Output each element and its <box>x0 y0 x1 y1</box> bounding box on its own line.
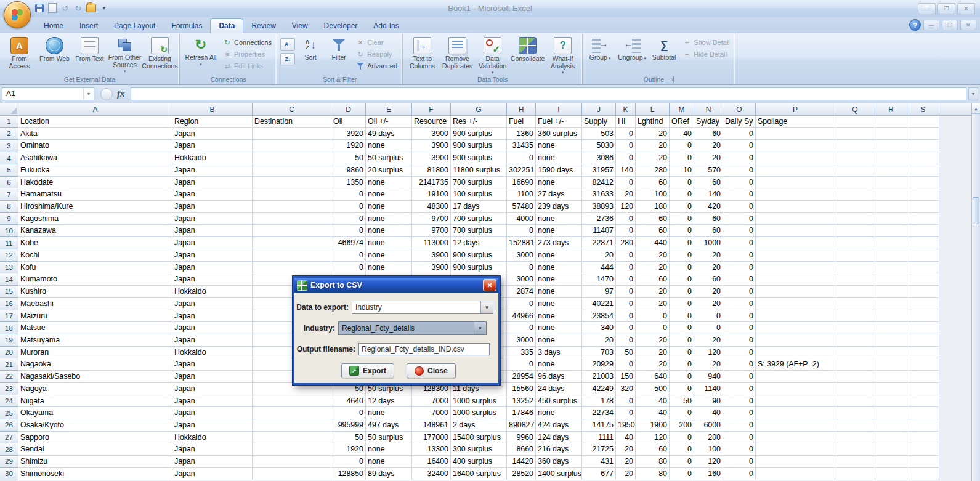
cell-H9[interactable]: 4000 <box>507 213 536 225</box>
outline-dialog-launcher-icon[interactable] <box>667 76 674 83</box>
cell-P7[interactable] <box>756 188 835 201</box>
name-box-dropdown[interactable]: ▼ <box>83 88 94 100</box>
cell-P1[interactable]: Spoilage <box>756 116 835 128</box>
column-header-G[interactable]: G <box>451 103 507 116</box>
cell-Q14[interactable] <box>835 273 875 286</box>
row-header-29[interactable]: 29 <box>0 456 18 468</box>
text-to-columns-button[interactable]: Text to Columns <box>405 34 440 75</box>
row-header-4[interactable]: 4 <box>0 152 18 164</box>
sort-ascending-button[interactable]: A↓ <box>280 38 295 51</box>
scrollbar-thumb[interactable] <box>973 197 979 224</box>
cell-A7[interactable]: Hamamatsu <box>18 188 172 201</box>
cell-B25[interactable]: Japan <box>172 407 253 419</box>
cell-I29[interactable]: 360 days <box>536 456 582 468</box>
cell-P8[interactable] <box>756 201 835 213</box>
cell-I1[interactable]: Fuel +/- <box>536 116 582 128</box>
workbook-restore-button[interactable]: ❒ <box>942 20 958 30</box>
cell-O23[interactable]: 0 <box>723 383 756 395</box>
row-header-1[interactable]: 1 <box>0 116 18 128</box>
insert-function-button[interactable] <box>100 88 113 100</box>
cell-I20[interactable]: 3 days <box>536 347 582 359</box>
cell-R20[interactable] <box>875 347 907 359</box>
cell-H15[interactable]: 2874 <box>507 286 536 298</box>
cell-L24[interactable]: 40 <box>636 395 670 408</box>
tab-formulas[interactable]: Formulas <box>163 19 210 33</box>
cell-L30[interactable]: 80 <box>636 468 670 480</box>
tab-add-ins[interactable]: Add-Ins <box>365 19 407 33</box>
cell-C10[interactable] <box>253 225 331 237</box>
cell-A11[interactable]: Kobe <box>18 237 172 249</box>
cell-A26[interactable]: Osaka/Kyoto <box>18 419 172 432</box>
cell-E10[interactable]: none <box>366 225 412 237</box>
edit-links-button[interactable]: ⇄ Edit Links <box>221 61 273 71</box>
cell-L22[interactable]: 640 <box>636 371 670 383</box>
cell-N24[interactable]: 90 <box>694 395 723 408</box>
row-header-18[interactable]: 18 <box>0 322 18 334</box>
cell-G1[interactable]: Res +/- <box>451 116 507 128</box>
cell-B8[interactable]: Japan <box>172 201 253 213</box>
cell-O9[interactable]: 0 <box>723 213 756 225</box>
cell-A25[interactable]: Okayama <box>18 407 172 419</box>
cell-L10[interactable]: 60 <box>636 225 670 237</box>
cell-J2[interactable]: 503 <box>582 128 616 140</box>
cell-Q27[interactable] <box>835 432 875 444</box>
cell-N9[interactable]: 60 <box>694 213 723 225</box>
cell-E13[interactable]: none <box>366 262 412 274</box>
undo-button[interactable]: ↺ <box>60 3 70 13</box>
cell-B23[interactable]: Japan <box>172 383 253 395</box>
cell-J25[interactable]: 22734 <box>582 407 616 419</box>
cell-K29[interactable]: 20 <box>616 456 636 468</box>
cell-I11[interactable]: 273 days <box>536 237 582 249</box>
row-header-5[interactable]: 5 <box>0 164 18 177</box>
cell-E29[interactable]: none <box>366 456 412 468</box>
cell-K27[interactable]: 40 <box>616 432 636 444</box>
cell-S6[interactable] <box>907 177 939 189</box>
cell-R18[interactable] <box>875 322 907 334</box>
cell-I3[interactable]: none <box>536 140 582 152</box>
cell-N20[interactable]: 120 <box>694 347 723 359</box>
cell-P29[interactable] <box>756 456 835 468</box>
consolidate-button[interactable]: Consolidate <box>510 34 545 75</box>
cell-K20[interactable]: 50 <box>616 347 636 359</box>
cell-K7[interactable]: 20 <box>616 188 636 201</box>
cell-H24[interactable]: 13252 <box>507 395 536 408</box>
cell-R29[interactable] <box>875 456 907 468</box>
cell-J23[interactable]: 42249 <box>582 383 616 395</box>
cell-R27[interactable] <box>875 432 907 444</box>
cell-F28[interactable]: 13300 <box>412 443 451 456</box>
cell-H29[interactable]: 14420 <box>507 456 536 468</box>
cell-R8[interactable] <box>875 201 907 213</box>
cell-M7[interactable]: 0 <box>670 188 694 201</box>
cell-M21[interactable]: 0 <box>670 358 694 371</box>
cell-A4[interactable]: Asahikawa <box>18 152 172 164</box>
cell-K30[interactable]: 20 <box>616 468 636 480</box>
cell-S24[interactable] <box>907 395 939 408</box>
cell-F3[interactable]: 3900 <box>412 140 451 152</box>
cell-I24[interactable]: 450 surplus <box>536 395 582 408</box>
cell-P23[interactable] <box>756 383 835 395</box>
column-header-M[interactable]: M <box>670 103 694 116</box>
cell-I7[interactable]: 27 days <box>536 188 582 201</box>
column-header-D[interactable]: D <box>331 103 366 116</box>
row-header-30[interactable]: 30 <box>0 468 18 480</box>
cell-B2[interactable]: Japan <box>172 128 253 140</box>
cell-Q17[interactable] <box>835 310 875 323</box>
cell-M24[interactable]: 50 <box>670 395 694 408</box>
cell-I6[interactable]: none <box>536 177 582 189</box>
cell-N26[interactable]: 6000 <box>694 419 723 432</box>
industry-select[interactable]: Regional_Fcty_details ▼ <box>338 321 487 335</box>
tab-review[interactable]: Review <box>243 19 283 33</box>
cell-P19[interactable] <box>756 334 835 347</box>
cell-L2[interactable]: 20 <box>636 128 670 140</box>
cell-J21[interactable]: 20929 <box>582 358 616 371</box>
cell-Q11[interactable] <box>835 237 875 249</box>
cell-A17[interactable]: Maizuru <box>18 310 172 323</box>
cell-S28[interactable] <box>907 443 939 456</box>
row-header-25[interactable]: 25 <box>0 407 18 419</box>
cell-K17[interactable]: 0 <box>616 310 636 323</box>
cell-Q26[interactable] <box>835 419 875 432</box>
cell-N6[interactable]: 60 <box>694 177 723 189</box>
cell-A9[interactable]: Kagoshima <box>18 213 172 225</box>
cell-S10[interactable] <box>907 225 939 237</box>
cell-G4[interactable]: 900 surplus <box>451 152 507 164</box>
